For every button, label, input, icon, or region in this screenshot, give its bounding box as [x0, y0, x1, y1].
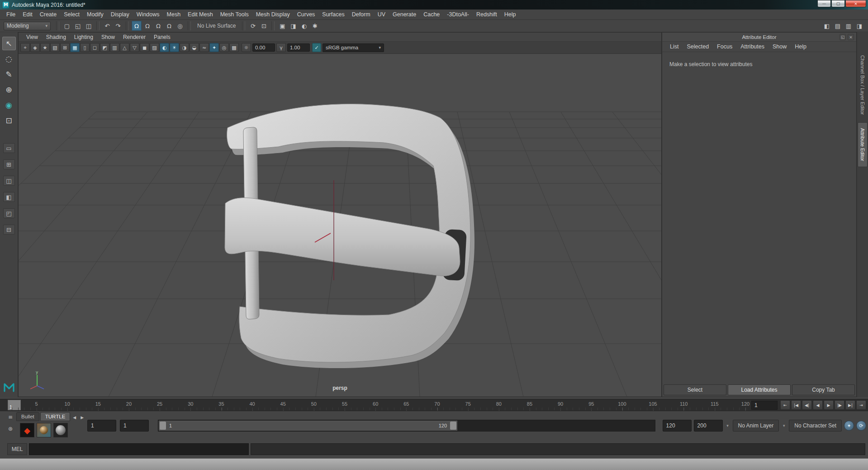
- ae-float-icon[interactable]: ◱: [840, 34, 846, 40]
- select-camera-icon[interactable]: ⌖: [20, 43, 30, 52]
- turtle-thumbnail[interactable]: [37, 423, 51, 437]
- isolate-select-icon[interactable]: ◎: [219, 43, 229, 52]
- panel-menu-item[interactable]: Panels: [150, 33, 175, 41]
- wireframe-on-shaded-icon[interactable]: ▨: [150, 43, 159, 52]
- attribute-editor-menu-item[interactable]: List: [666, 42, 683, 51]
- copy-tab-button[interactable]: Copy Tab: [792, 384, 855, 395]
- animation-start-field[interactable]: 1: [87, 420, 116, 432]
- snap-to-view-plane-icon[interactable]: Ω: [164, 21, 174, 31]
- single-pane-layout-button[interactable]: ▭: [3, 143, 15, 153]
- tab-scroll-left-icon[interactable]: ◀: [71, 414, 78, 421]
- menu-item[interactable]: Create: [36, 10, 61, 19]
- safe-title-icon[interactable]: ▽: [130, 43, 139, 52]
- exposure-field[interactable]: 0.00: [252, 43, 275, 52]
- show-attribute-editor-icon[interactable]: ◧: [822, 21, 832, 31]
- panel-menu-item[interactable]: Renderer: [119, 33, 150, 41]
- playback-end-field[interactable]: 120: [663, 420, 692, 432]
- menu-item[interactable]: Mesh Display: [252, 10, 294, 19]
- xray-icon[interactable]: ▩: [229, 43, 239, 52]
- load-attributes-button[interactable]: Load Attributes: [728, 384, 791, 395]
- render-current-frame-icon[interactable]: ◨: [288, 21, 298, 31]
- menu-item[interactable]: Deform: [348, 10, 374, 19]
- animation-preferences-icon[interactable]: ⟳: [856, 421, 866, 431]
- menu-item[interactable]: Curves: [294, 10, 319, 19]
- motion-blur-icon[interactable]: ≈: [199, 43, 209, 52]
- side-by-side-layout-button[interactable]: ◧: [3, 192, 15, 202]
- panel-menu-item[interactable]: Show: [97, 33, 119, 41]
- chevron-down-icon[interactable]: ▾: [725, 423, 730, 428]
- panel-menu-item[interactable]: Shading: [42, 33, 70, 41]
- open-render-view-icon[interactable]: ▣: [277, 21, 287, 31]
- ae-close-icon[interactable]: ×: [848, 34, 854, 40]
- show-modeling-toolkit-icon[interactable]: ◨: [854, 21, 864, 31]
- panel-menu-item[interactable]: View: [22, 33, 42, 41]
- time-slider-track[interactable]: 5101520253035404550556065707580859095100…: [12, 399, 745, 411]
- redo-icon[interactable]: ↷: [113, 21, 123, 31]
- hypershade-layout-button[interactable]: ◰: [3, 208, 15, 218]
- attribute-editor-menu-item[interactable]: Help: [791, 42, 811, 51]
- animation-end-field[interactable]: 200: [694, 420, 723, 432]
- menu-item[interactable]: -3DtoAll-: [443, 10, 473, 19]
- undo-icon[interactable]: ↶: [102, 21, 112, 31]
- construction-history-icon[interactable]: ⟳: [248, 21, 258, 31]
- field-chart-icon[interactable]: ▥: [110, 43, 119, 52]
- close-button[interactable]: ×: [845, 0, 866, 7]
- play-forwards-button[interactable]: ▶: [824, 400, 834, 410]
- ssao-icon[interactable]: ◒: [190, 43, 199, 52]
- command-language-button[interactable]: MEL: [7, 443, 27, 455]
- use-all-lights-icon[interactable]: ☀: [170, 43, 179, 52]
- step-forward-frame-button[interactable]: ▶|: [845, 400, 855, 410]
- playhead[interactable]: 1: [8, 400, 21, 410]
- panel-menu-item[interactable]: Lighting: [70, 33, 97, 41]
- playback-start-field[interactable]: 1: [120, 420, 149, 432]
- step-forward-key-button[interactable]: |▶: [835, 400, 844, 410]
- color-management-icon[interactable]: ✓: [312, 43, 321, 52]
- view-transform-dropdown[interactable]: sRGB gamma ▾: [323, 43, 384, 52]
- lasso-tool[interactable]: ◌: [2, 52, 16, 66]
- animation-key-settings-icon[interactable]: ⊛: [6, 425, 14, 433]
- film-gate-icon[interactable]: ▯: [80, 43, 90, 52]
- range-slider-bar[interactable]: 1 120: [159, 421, 457, 431]
- move-tool[interactable]: ⊕: [2, 83, 16, 96]
- menu-item[interactable]: Edit Mesh: [184, 10, 217, 19]
- step-back-key-button[interactable]: ◀|: [802, 400, 812, 410]
- menu-item[interactable]: UV: [374, 10, 389, 19]
- menu-item[interactable]: Modify: [83, 10, 107, 19]
- snap-to-grid-icon[interactable]: Ω: [132, 21, 142, 31]
- menu-item[interactable]: Display: [107, 10, 133, 19]
- grid-icon[interactable]: ▦: [70, 43, 80, 52]
- tab-channel-box-layer-editor[interactable]: Channel Box / Layer Editor: [858, 49, 868, 120]
- viewport-canvas[interactable]: y persp: [19, 54, 661, 397]
- resolution-gate-icon[interactable]: ◻: [90, 43, 100, 52]
- range-start-handle[interactable]: [160, 422, 166, 430]
- select-button[interactable]: Select: [664, 384, 726, 395]
- image-plane-icon[interactable]: ▧: [50, 43, 60, 52]
- gamma-icon[interactable]: γ: [276, 43, 286, 52]
- attribute-editor-menu-item[interactable]: Focus: [713, 42, 736, 51]
- go-to-start-button[interactable]: ⇤: [780, 400, 790, 410]
- anim-layer-button[interactable]: No Anim Layer: [733, 420, 779, 432]
- two-d-pan-zoom-icon[interactable]: ⊞: [60, 43, 70, 52]
- minimize-button[interactable]: —: [817, 0, 831, 7]
- playback-options-icon[interactable]: ≡: [6, 413, 14, 421]
- range-slider-trough[interactable]: 1 120: [158, 420, 655, 432]
- tab-turtle[interactable]: TURTLE: [40, 412, 71, 421]
- go-to-end-button[interactable]: ⇥: [856, 400, 866, 410]
- menuset-dropdown[interactable]: Modeling ▾: [4, 22, 51, 30]
- snap-to-curves-icon[interactable]: Ω: [142, 21, 152, 31]
- chevron-down-icon[interactable]: ▾: [781, 423, 787, 428]
- scale-tool[interactable]: ⊡: [2, 114, 16, 127]
- range-end-handle[interactable]: [450, 422, 456, 430]
- menu-item[interactable]: Mesh: [163, 10, 185, 19]
- exposure-icon[interactable]: ☼: [242, 43, 251, 52]
- menu-item[interactable]: Edit: [19, 10, 36, 19]
- save-scene-icon[interactable]: ◫: [84, 21, 94, 31]
- gamma-field[interactable]: 1.00: [287, 43, 310, 52]
- select-by-input-icon[interactable]: ⊡: [259, 21, 269, 31]
- menu-item[interactable]: Surfaces: [318, 10, 348, 19]
- menu-item[interactable]: Cache: [420, 10, 443, 19]
- maximize-button[interactable]: ▢: [831, 0, 845, 7]
- persp-outliner-layout-button[interactable]: ◫: [3, 176, 15, 186]
- menu-item[interactable]: Mesh Tools: [217, 10, 252, 19]
- gate-mask-icon[interactable]: ◩: [100, 43, 109, 52]
